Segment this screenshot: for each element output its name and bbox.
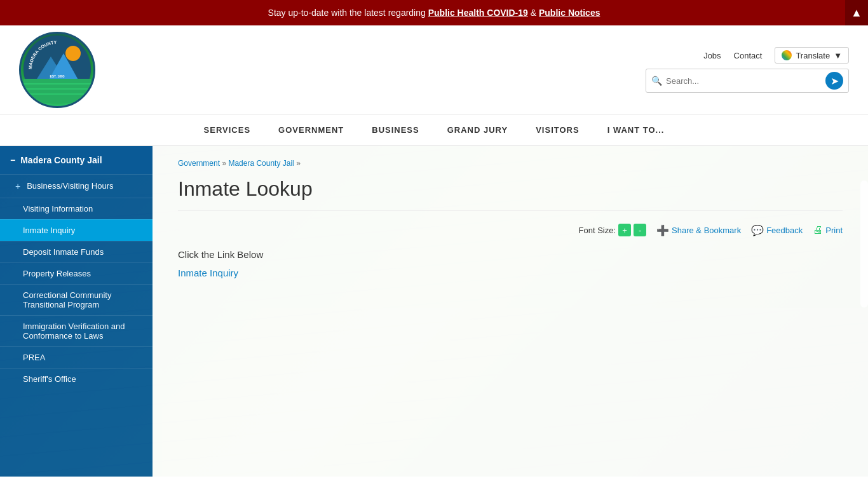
- search-input[interactable]: [666, 76, 823, 86]
- sidebar-link-deposit-inmate-funds[interactable]: Deposit Inmate Funds: [23, 247, 104, 257]
- breadcrumb-government[interactable]: Government: [178, 159, 220, 168]
- feedback-label: Feedback: [766, 226, 803, 235]
- sidebar-item-deposit-inmate-funds[interactable]: Deposit Inmate Funds: [0, 241, 153, 262]
- contact-link[interactable]: Contact: [734, 51, 763, 60]
- print-link[interactable]: 🖨 Print: [813, 224, 843, 236]
- public-notices-link[interactable]: Public Notices: [539, 8, 600, 18]
- sidebar-item-correctional-community[interactable]: Correctional Community Transitional Prog…: [0, 284, 153, 315]
- print-label: Print: [825, 226, 843, 235]
- search-bar: 🔍 ➤: [646, 69, 849, 93]
- logo[interactable]: MADERA COUNTY EST. 1893: [19, 32, 95, 108]
- sidebar: − Madera County Jail + Business/Visiting…: [0, 146, 153, 477]
- alert-banner: Stay up-to-date with the latest regardin…: [0, 0, 868, 25]
- content-inner: − Madera County Jail + Business/Visiting…: [0, 146, 868, 477]
- nav-i-want-to[interactable]: I WANT TO...: [593, 115, 679, 145]
- covid-link[interactable]: Public Health COVID-19: [428, 8, 528, 18]
- sidebar-link-visiting-information[interactable]: Visiting Information: [23, 204, 93, 214]
- sidebar-link-sheriffs-office[interactable]: Sheriff's Office: [23, 374, 76, 384]
- share-icon: ➕: [656, 224, 669, 236]
- content-body: Click the Link Below Inmate Inquiry: [178, 249, 843, 278]
- main-nav: SERVICES GOVERNMENT BUSINESS GRAND JURY …: [0, 115, 868, 146]
- expand-icon: +: [15, 181, 20, 191]
- sidebar-link-business-visiting-hours[interactable]: Business/Visiting Hours: [27, 181, 142, 191]
- sidebar-title-text: Madera County Jail: [20, 155, 102, 165]
- jobs-link[interactable]: Jobs: [703, 51, 721, 60]
- sidebar-title[interactable]: − Madera County Jail: [0, 146, 153, 174]
- search-submit-button[interactable]: ➤: [825, 72, 843, 90]
- share-label: Share & Bookmark: [672, 226, 741, 235]
- print-icon: 🖨: [813, 224, 823, 236]
- sidebar-item-immigration-verification[interactable]: Immigration Verification and Conformance…: [0, 315, 153, 346]
- breadcrumb-jail[interactable]: Madera County Jail: [228, 159, 294, 168]
- feedback-link[interactable]: 💬 Feedback: [751, 224, 803, 236]
- share-bookmark-link[interactable]: ➕ Share & Bookmark: [656, 224, 741, 236]
- page-title: Inmate Lookup: [178, 177, 843, 211]
- nav-government[interactable]: GOVERNMENT: [264, 115, 358, 145]
- sidebar-link-immigration-verification[interactable]: Immigration Verification and Conformance…: [23, 322, 125, 341]
- search-icon: 🔍: [651, 76, 662, 86]
- nav-grand-jury[interactable]: GRAND JURY: [433, 115, 522, 145]
- svg-text:EST. 1893: EST. 1893: [50, 74, 64, 78]
- breadcrumb-sep-1: »: [222, 159, 228, 168]
- font-size-label: Font Size:: [579, 226, 616, 235]
- translate-chevron-icon: ▼: [834, 51, 842, 60]
- alert-collapse-button[interactable]: ▲: [845, 0, 868, 25]
- breadcrumb: Government » Madera County Jail »: [178, 159, 843, 168]
- body-heading: Click the Link Below: [178, 249, 843, 260]
- main-content: Government » Madera County Jail » Inmate…: [153, 146, 868, 477]
- content-wrapper: − Madera County Jail + Business/Visiting…: [0, 146, 868, 477]
- header-top-links: Jobs Contact Translate ▼: [703, 47, 849, 64]
- sidebar-link-property-releases[interactable]: Property Releases: [23, 269, 91, 278]
- sidebar-link-correctional-community[interactable]: Correctional Community Transitional Prog…: [23, 290, 111, 309]
- nav-visitors[interactable]: VISITORS: [522, 115, 593, 145]
- feedback-icon: 💬: [751, 224, 764, 236]
- header-left: MADERA COUNTY EST. 1893: [19, 32, 95, 108]
- sidebar-item-prea[interactable]: PREA: [0, 346, 153, 368]
- breadcrumb-sep-2: »: [296, 159, 301, 168]
- svg-point-3: [65, 46, 81, 61]
- google-icon: [782, 50, 792, 60]
- logo-text: MADERA COUNTY EST. 1893: [22, 34, 92, 106]
- sidebar-item-sheriffs-office[interactable]: Sheriff's Office: [0, 368, 153, 390]
- font-size-controls: Font Size: + -: [579, 224, 647, 236]
- sidebar-item-inmate-inquiry[interactable]: Inmate Inquiry: [0, 219, 153, 241]
- nav-business[interactable]: BUSINESS: [358, 115, 433, 145]
- font-increase-button[interactable]: +: [618, 224, 631, 236]
- font-decrease-button[interactable]: -: [634, 224, 646, 236]
- nav-services[interactable]: SERVICES: [190, 115, 265, 145]
- header-right: Jobs Contact Translate ▼ 🔍 ➤: [646, 47, 849, 93]
- alert-connector: &: [531, 8, 539, 18]
- sidebar-item-property-releases[interactable]: Property Releases: [0, 262, 153, 284]
- header: MADERA COUNTY EST. 1893 Jobs Contact Tra…: [0, 25, 868, 115]
- translate-label: Translate: [796, 51, 830, 60]
- sidebar-link-prea[interactable]: PREA: [23, 353, 45, 362]
- sidebar-minus-icon: −: [10, 155, 15, 165]
- sidebar-item-business-visiting-hours[interactable]: + Business/Visiting Hours: [0, 174, 153, 198]
- alert-text: Stay up-to-date with the latest regardin…: [268, 8, 428, 18]
- inmate-inquiry-link[interactable]: Inmate Inquiry: [178, 268, 238, 278]
- translate-button[interactable]: Translate ▼: [775, 47, 849, 64]
- content-toolbar: Font Size: + - ➕ Share & Bookmark 💬 Feed…: [178, 224, 843, 236]
- sidebar-link-inmate-inquiry[interactable]: Inmate Inquiry: [23, 226, 75, 235]
- sidebar-item-visiting-information[interactable]: Visiting Information: [0, 198, 153, 219]
- svg-rect-4: [24, 79, 91, 103]
